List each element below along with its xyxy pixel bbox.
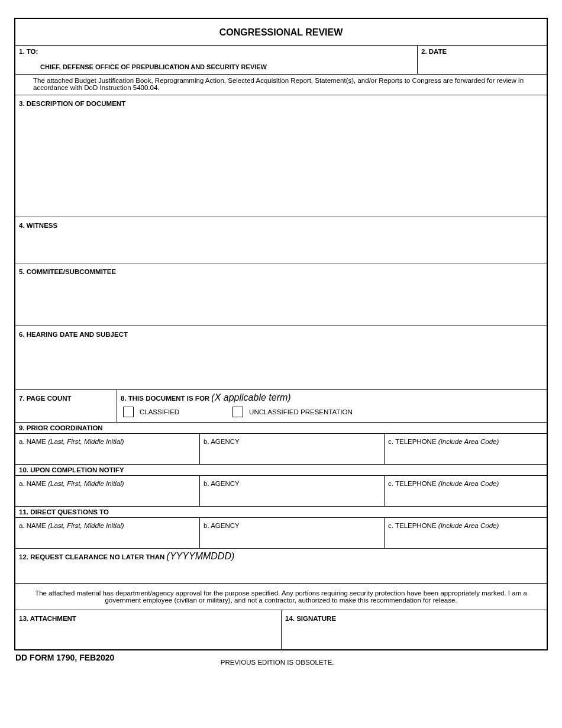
hint-11a: (Last, First, Middle Initial) <box>48 522 124 529</box>
intro-content: The attached Budget Justification Book, … <box>33 77 543 91</box>
checkbox-classified[interactable]: CLASSIFIED <box>123 407 179 417</box>
field-11b-agency[interactable]: b. AGENCY <box>200 518 385 548</box>
field-clearance-date[interactable]: 12. REQUEST CLEARANCE NO LATER THAN (YYY… <box>15 549 547 584</box>
label-11a: a. NAME (Last, First, Middle Initial) <box>19 522 124 529</box>
row-prior-coordination: a. NAME (Last, First, Middle Initial) b.… <box>15 434 547 465</box>
checkbox-row: CLASSIFIED UNCLASSIFIED PRESENTATION <box>121 403 543 422</box>
label-10c-text: c. TELEPHONE <box>388 480 438 487</box>
field-11a-name[interactable]: a. NAME (Last, First, Middle Initial) <box>15 518 200 548</box>
row-pagecount-docfor: 7. PAGE COUNT 8. THIS DOCUMENT IS FOR (X… <box>15 390 547 423</box>
label-date: 2. DATE <box>421 48 543 55</box>
form-footer: DD FORM 1790, FEB2020 PREVIOUS EDITION I… <box>14 650 548 666</box>
label-description: 3. DESCRIPTION OF DOCUMENT <box>19 100 125 107</box>
section-direct-questions: 11. DIRECT QUESTIONS TO <box>15 507 547 518</box>
field-page-count[interactable]: 7. PAGE COUNT <box>15 390 117 423</box>
hint-11c: (Include Area Code) <box>438 522 499 529</box>
field-witness[interactable]: 4. WITNESS <box>15 217 547 263</box>
label-to: 1. TO: <box>19 48 414 55</box>
row-upon-completion: a. NAME (Last, First, Middle Initial) b.… <box>15 476 547 507</box>
form-title: CONGRESSIONAL REVIEW <box>15 19 547 46</box>
hint-9c: (Include Area Code) <box>438 438 499 445</box>
hint-clearance: (YYYYMMDDD) <box>167 551 235 561</box>
label-attachment: 13. ATTACHMENT <box>19 615 76 622</box>
section-upon-completion: 10. UPON COMPLETION NOTIFY <box>15 465 547 476</box>
form-container: CONGRESSIONAL REVIEW 1. TO: CHIEF, DEFEN… <box>14 18 548 650</box>
checkbox-box-unclassified[interactable] <box>232 407 243 417</box>
field-committee[interactable]: 5. COMMITEE/SUBCOMMITEE <box>15 263 547 326</box>
field-10c-telephone[interactable]: c. TELEPHONE (Include Area Code) <box>385 476 547 506</box>
label-10b: b. AGENCY <box>204 480 240 487</box>
field-10a-name[interactable]: a. NAME (Last, First, Middle Initial) <box>15 476 200 506</box>
field-10b-agency[interactable]: b. AGENCY <box>200 476 385 506</box>
field-signature[interactable]: 14. SIGNATURE <box>282 610 547 649</box>
label-10a: a. NAME (Last, First, Middle Initial) <box>19 480 124 487</box>
label-signature: 14. SIGNATURE <box>285 615 336 622</box>
row-to-date: 1. TO: CHIEF, DEFENSE OFFICE OF PREPUBLI… <box>15 46 547 75</box>
label-doc-for: 8. THIS DOCUMENT IS FOR <box>121 395 211 402</box>
label-9c-text: c. TELEPHONE <box>388 438 438 445</box>
label-9a-text: a. NAME <box>19 438 48 445</box>
to-recipient: CHIEF, DEFENSE OFFICE OF PREPUBLICATION … <box>19 55 414 70</box>
label-11b: b. AGENCY <box>204 522 240 529</box>
label-11c: c. TELEPHONE (Include Area Code) <box>388 522 499 529</box>
field-description[interactable]: 3. DESCRIPTION OF DOCUMENT <box>15 95 547 217</box>
label-witness: 4. WITNESS <box>19 222 57 229</box>
field-to[interactable]: 1. TO: CHIEF, DEFENSE OFFICE OF PREPUBLI… <box>15 46 418 75</box>
intro-text: The attached Budget Justification Book, … <box>15 75 547 95</box>
form-id: DD FORM 1790, FEB2020 <box>15 653 114 662</box>
field-11c-telephone[interactable]: c. TELEPHONE (Include Area Code) <box>385 518 547 548</box>
hint-10c: (Include Area Code) <box>438 480 499 487</box>
label-committee: 5. COMMITEE/SUBCOMMITEE <box>19 268 116 275</box>
field-attachment[interactable]: 13. ATTACHMENT <box>15 610 282 649</box>
label-11a-text: a. NAME <box>19 522 48 529</box>
section-prior-coordination: 9. PRIOR COORDINATION <box>15 423 547 434</box>
label-11c-text: c. TELEPHONE <box>388 522 438 529</box>
checkbox-unclassified[interactable]: UNCLASSIFIED PRESENTATION <box>232 407 353 417</box>
row-direct-questions: a. NAME (Last, First, Middle Initial) b.… <box>15 518 547 549</box>
hint-9a: (Last, First, Middle Initial) <box>48 438 124 445</box>
field-9b-agency[interactable]: b. AGENCY <box>200 434 385 464</box>
field-9c-telephone[interactable]: c. TELEPHONE (Include Area Code) <box>385 434 547 464</box>
row-attachment-signature: 13. ATTACHMENT 14. SIGNATURE <box>15 610 547 649</box>
label-9a: a. NAME (Last, First, Middle Initial) <box>19 438 124 445</box>
checkbox-label-classified: CLASSIFIED <box>140 408 179 415</box>
checkbox-box-classified[interactable] <box>123 407 134 417</box>
field-9a-name[interactable]: a. NAME (Last, First, Middle Initial) <box>15 434 200 464</box>
label-hearing: 6. HEARING DATE AND SUBJECT <box>19 331 128 338</box>
label-9b: b. AGENCY <box>204 438 240 445</box>
label-10a-text: a. NAME <box>19 480 48 487</box>
certification-text: The attached material has department/age… <box>15 584 547 610</box>
label-clearance: 12. REQUEST CLEARANCE NO LATER THAN <box>19 553 167 561</box>
field-doc-for: 8. THIS DOCUMENT IS FOR (X applicable te… <box>117 390 547 423</box>
label-10c: c. TELEPHONE (Include Area Code) <box>388 480 499 487</box>
field-date[interactable]: 2. DATE <box>418 46 547 75</box>
field-hearing[interactable]: 6. HEARING DATE AND SUBJECT <box>15 326 547 390</box>
obsolete-notice: PREVIOUS EDITION IS OBSOLETE. <box>114 653 440 666</box>
label-page-count: 7. PAGE COUNT <box>19 395 72 402</box>
hint-10a: (Last, First, Middle Initial) <box>48 480 124 487</box>
label-9c: c. TELEPHONE (Include Area Code) <box>388 438 499 445</box>
hint-doc-for: (X applicable term) <box>211 392 290 402</box>
checkbox-label-unclassified: UNCLASSIFIED PRESENTATION <box>249 408 353 415</box>
